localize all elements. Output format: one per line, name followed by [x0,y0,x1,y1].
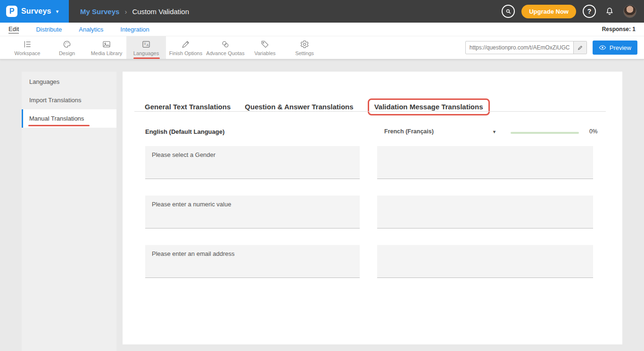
settings-icon [300,40,309,49]
toolbar-right: Preview [465,36,644,59]
survey-url-input[interactable] [466,41,573,54]
help-button[interactable]: ? [583,5,596,18]
finish-options-icon [181,40,190,49]
edit-url-button[interactable] [573,41,586,54]
survey-url-field [465,41,587,54]
top-bar: P Surveys ▾ My Surveys › Custom Validati… [0,0,644,23]
toolbar-item-advance-quotas[interactable]: Advance Quotas [206,36,245,59]
target-language-dropdown[interactable]: French (Français) ▾ [384,128,495,135]
app-window: P Surveys ▾ My Surveys › Custom Validati… [0,0,644,351]
toolbar-label: Design [59,50,75,56]
media-library-icon [102,40,111,49]
breadcrumb-current: Custom Validation [132,8,189,16]
tab-edit[interactable]: Edit [8,25,19,33]
source-text-box: Please select a Gender [145,146,360,179]
product-name: Surveys [21,7,51,16]
tab-general-text-translations[interactable]: General Text Translations [145,103,231,111]
tab-distribute[interactable]: Distribute [36,26,62,33]
languages-icon: 文A [141,40,151,49]
breadcrumb: My Surveys › Custom Validation [80,8,189,16]
target-text-input[interactable] [377,146,593,179]
design-icon [62,40,72,49]
questionpro-logo-icon: P [6,6,17,17]
chevron-down-icon: ▾ [493,129,495,134]
notifications-button[interactable] [603,4,617,18]
toolbar-label: Media Library [91,50,123,56]
target-language-value: French (Français) [384,128,434,135]
edit-toolbar: Workspace Design Media Library 文A Langua… [0,36,644,59]
languages-sidebar: Languages Import Translations Manual Tra… [22,72,116,351]
topbar-actions: Upgrade Now ? [502,4,644,18]
search-button[interactable] [502,5,515,18]
advance-quotas-icon [221,40,230,49]
pencil-icon [577,45,583,51]
eye-icon [599,44,606,51]
product-switcher[interactable]: P Surveys ▾ [0,0,69,23]
toolbar-item-design[interactable]: Design [47,36,87,59]
toolbar-item-variables[interactable]: Variables [245,36,285,59]
annotation-underline-languages [133,57,160,59]
toolbar-item-settings[interactable]: Settings [285,36,324,59]
workspace-icon [23,40,32,49]
help-icon: ? [587,8,592,15]
manual-translations-panel: General Text Translations Question & Ans… [123,72,622,344]
response-count[interactable]: Response: 1 [602,26,636,33]
toolbar-label: Languages [133,50,159,56]
annotation-underline-manual-translations [28,125,90,126]
toolbar-label: Settings [295,50,314,56]
survey-section-nav: Edit Distribute Analytics Integration Re… [0,23,644,36]
tab-question-answer-translations[interactable]: Question & Answer Translations [245,103,353,111]
bell-icon [605,7,614,16]
source-language-label: English (Default Language) [145,128,224,135]
toolbar-label: Finish Options [169,50,202,56]
variables-icon [260,40,270,49]
toolbar-item-workspace[interactable]: Workspace [8,36,47,59]
breadcrumb-my-surveys[interactable]: My Surveys [80,8,119,16]
tab-analytics[interactable]: Analytics [79,26,103,33]
sidebar-item-languages[interactable]: Languages [22,73,116,91]
upgrade-now-button[interactable]: Upgrade Now [521,5,576,18]
toolbar-item-media-library[interactable]: Media Library [87,36,126,59]
source-text-box: Please enter a numeric value [145,196,360,229]
source-text-box: Please enter an email address [145,245,360,278]
user-avatar[interactable] [623,5,636,18]
sidebar-item-import-translations[interactable]: Import Translations [22,91,116,109]
tab-integration[interactable]: Integration [120,26,149,33]
tab-validation-message-translations[interactable]: Validation Message Translations [368,98,490,115]
toolbar-item-finish-options[interactable]: Finish Options [166,36,206,59]
target-text-input[interactable] [377,196,593,229]
svg-text:A: A [147,43,149,47]
svg-text:文: 文 [144,41,147,45]
breadcrumb-separator-icon: › [124,8,127,16]
target-text-input[interactable] [377,245,593,278]
translation-progress-percent: 0% [589,128,597,135]
toolbar-label: Advance Quotas [206,50,244,56]
translation-progress-bar [511,132,579,134]
preview-button[interactable]: Preview [593,41,637,55]
toolbar-label: Variables [254,50,275,56]
tabs-divider [134,111,606,112]
translation-tabs: General Text Translations Question & Ans… [145,98,490,115]
preview-label: Preview [610,44,631,51]
chevron-down-icon: ▾ [56,8,59,15]
search-icon [505,8,512,15]
toolbar-label: Workspace [15,50,41,56]
toolbar-item-languages[interactable]: 文A Languages [126,36,166,59]
